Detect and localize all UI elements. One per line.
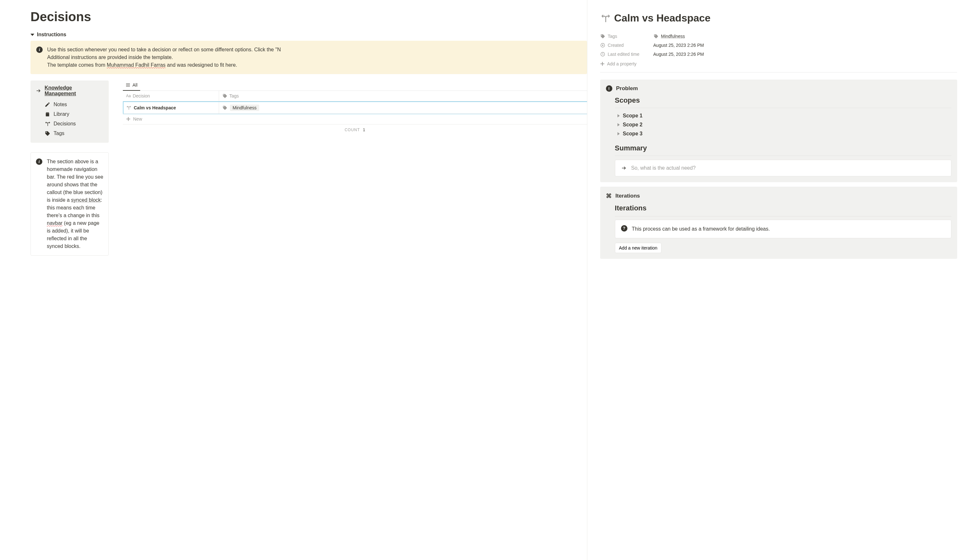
callout-line-1: Use this section whenever you need to ta… (47, 46, 281, 53)
synced-block-link[interactable]: synced block (71, 197, 101, 203)
nav-header-label: Knowledge Management (45, 85, 103, 97)
prop-edited[interactable]: Last edited time August 25, 2023 2:26 PM (600, 50, 957, 59)
scope-label: Scope 2 (623, 122, 642, 128)
question-icon: ? (621, 225, 627, 232)
need-callout[interactable]: So, what is the actual need? (615, 160, 952, 177)
main-panel: Decisions Instructions i Use this sectio… (0, 0, 587, 560)
info-icon: i (36, 158, 42, 165)
scope-item[interactable]: Scope 3 (606, 129, 952, 138)
tab-all[interactable]: All (123, 80, 140, 91)
tag-icon (653, 34, 658, 39)
nav-item-label: Library (53, 111, 69, 117)
table-header: Aa Decision Tags (123, 91, 587, 102)
problem-label: Problem (616, 85, 638, 92)
table: Aa Decision Tags Calm vs Headspace (123, 91, 587, 135)
scope-label: Scope 1 (623, 113, 642, 119)
tab-label: All (132, 82, 138, 88)
instructions-toggle[interactable]: Instructions (30, 32, 587, 38)
callout-line-2: Additional instructions are provided ins… (47, 53, 281, 61)
add-iteration-button[interactable]: Add a new iteration (615, 243, 662, 253)
problem-header: ! Problem (606, 85, 952, 92)
divider (615, 108, 952, 108)
count-label: COUNT (345, 128, 360, 132)
scope-item[interactable]: Scope 2 (606, 120, 952, 129)
plus-icon (126, 117, 130, 121)
scope-item[interactable]: Scope 1 (606, 111, 952, 120)
instructions-callout: i Use this section whenever you need to … (30, 41, 587, 74)
tag-icon (600, 34, 605, 39)
page-title: Decisions (30, 10, 587, 24)
problem-block: ! Problem Scopes Scope 1 Scope 2 Scope 3… (600, 80, 957, 182)
clock-icon (600, 52, 605, 57)
chevron-right-icon (617, 114, 620, 117)
nav-item-library[interactable]: Library (36, 109, 103, 119)
instructions-label: Instructions (37, 32, 67, 38)
detail-title-text: Calm vs Headspace (614, 12, 711, 24)
nav-item-decisions[interactable]: Decisions (36, 119, 103, 128)
cell-tags: Mindfulness (219, 102, 587, 113)
row-title: Calm vs Headspace (134, 105, 176, 110)
table-icon (125, 82, 130, 88)
prop-label: Tags (600, 34, 653, 39)
tag-icon (222, 93, 227, 98)
chevron-right-icon (617, 132, 620, 135)
tag-icon (222, 105, 227, 110)
prop-tags[interactable]: Tags Mindfulness (600, 32, 957, 41)
book-icon (45, 111, 50, 117)
arrow-right-icon (621, 165, 627, 171)
fork-icon (600, 13, 610, 23)
prop-label: Created (600, 43, 653, 48)
info-card-text: The section above is a homemade navigati… (47, 158, 103, 250)
info-card: i The section above is a homemade naviga… (30, 152, 109, 256)
add-property[interactable]: Add a property (600, 59, 957, 72)
add-iteration-label: Add a new iteration (619, 245, 658, 250)
tag-icon (45, 130, 50, 136)
nav-item-label: Notes (53, 102, 67, 107)
divider (615, 216, 952, 217)
count-row: COUNT 1 (123, 125, 587, 135)
fork-icon (45, 121, 50, 127)
scopes-heading: Scopes (615, 96, 952, 105)
callout-line-3: The template comes from Muhammad Fadhil … (47, 61, 281, 69)
pencil-icon (45, 102, 50, 107)
info-icon: i (36, 47, 43, 53)
navbar-word: navbar (47, 220, 63, 226)
nav-card: Knowledge Management Notes Library Decis… (30, 80, 109, 143)
new-label: New (133, 117, 142, 122)
nav-item-tags[interactable]: Tags (36, 128, 103, 138)
iterations-block: ⌘ Iterations Iterations ? This process c… (600, 187, 957, 259)
content-columns: Knowledge Management Notes Library Decis… (30, 80, 587, 256)
prop-value: Mindfulness (653, 34, 685, 39)
iterations-header: ⌘ Iterations (606, 192, 952, 200)
summary-heading: Summary (615, 144, 952, 152)
arrow-right-icon (36, 88, 42, 94)
iterations-heading: Iterations (615, 204, 952, 212)
author-link[interactable]: Muhammad Fadhil Farras (107, 62, 165, 68)
exclaim-icon: ! (606, 85, 612, 92)
column-label: Decision (133, 93, 150, 98)
database-area: All Aa Decision Tags (123, 80, 587, 256)
plus-icon (600, 62, 605, 66)
iterations-text: This process can be used as a framework … (632, 225, 770, 233)
scope-label: Scope 3 (623, 131, 642, 137)
add-property-label: Add a property (607, 61, 637, 67)
detail-title: Calm vs Headspace (600, 12, 957, 24)
table-row[interactable]: Calm vs Headspace Mindfulness (123, 102, 587, 114)
column-decision[interactable]: Aa Decision (123, 91, 219, 101)
cell-decision: Calm vs Headspace (123, 102, 219, 113)
column-tags[interactable]: Tags (219, 91, 587, 101)
new-row[interactable]: New (123, 114, 587, 125)
nav-header[interactable]: Knowledge Management (36, 85, 103, 97)
iterations-label: Iterations (615, 193, 640, 199)
divider (615, 155, 952, 156)
chevron-down-icon (30, 34, 34, 36)
count-value: 1 (363, 128, 365, 132)
tag-chip: Mindfulness (230, 105, 259, 111)
command-icon: ⌘ (606, 192, 612, 200)
svg-point-1 (602, 45, 603, 46)
nav-item-notes[interactable]: Notes (36, 100, 103, 109)
prop-created[interactable]: Created August 25, 2023 2:26 PM (600, 41, 957, 50)
iterations-callout: ? This process can be used as a framewor… (615, 220, 952, 238)
clock-icon (600, 43, 605, 48)
nav-item-label: Tags (53, 130, 65, 136)
